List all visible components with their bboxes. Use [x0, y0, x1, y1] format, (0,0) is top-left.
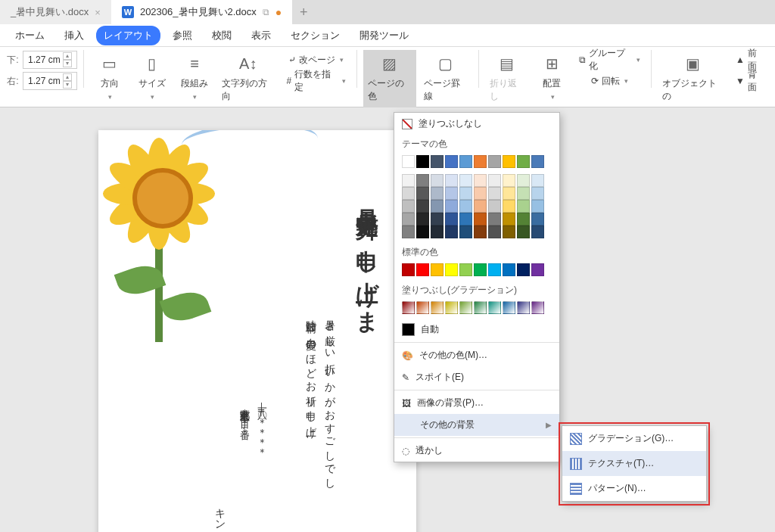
color-swatch[interactable]	[445, 187, 458, 200]
group-button[interactable]: ⧉グループ化▾	[574, 50, 645, 70]
color-swatch[interactable]	[488, 187, 501, 200]
gradient-option[interactable]: グラデーション(G)…	[562, 426, 706, 451]
page-break-button[interactable]: ⤶改ページ▾	[284, 50, 348, 70]
new-tab-button[interactable]: +	[292, 5, 315, 20]
page-color-button[interactable]: ▨ページの色▾	[363, 50, 416, 117]
doc-address[interactable]: 東京都港区芝＊丁目＊番＊	[238, 403, 251, 432]
orientation-button[interactable]: ▭方向▾	[90, 50, 129, 104]
doc-signature[interactable]: キング	[213, 501, 227, 532]
menu-section[interactable]: セクション	[283, 26, 347, 45]
close-icon[interactable]: ×	[95, 7, 101, 18]
tab-inactive[interactable]: _暑中見舞い.docx ×	[0, 0, 111, 24]
color-swatch[interactable]	[402, 263, 415, 276]
color-swatch[interactable]	[459, 187, 472, 200]
color-swatch[interactable]	[459, 155, 472, 168]
color-swatch[interactable]	[459, 226, 472, 238]
color-swatch[interactable]	[431, 213, 444, 226]
color-swatch[interactable]	[503, 226, 515, 238]
watermark-option[interactable]: ◌ 透かし	[394, 440, 559, 462]
color-swatch[interactable]	[416, 187, 429, 200]
color-swatch[interactable]	[488, 155, 501, 168]
color-swatch[interactable]	[459, 174, 472, 187]
color-swatch[interactable]	[531, 200, 544, 213]
margin-top-input[interactable]: 1.27 cm▴▾	[23, 51, 77, 69]
menu-layout[interactable]: レイアウト	[96, 26, 160, 45]
color-swatch[interactable]	[416, 155, 429, 168]
menu-view[interactable]: 表示	[244, 26, 279, 45]
rotate-button[interactable]: ⟳回転▾	[587, 71, 633, 91]
text-direction-button[interactable]: A↕文字列の方向▾	[217, 50, 279, 117]
color-swatch[interactable]	[402, 155, 415, 168]
color-swatch[interactable]	[474, 263, 487, 276]
color-swatch[interactable]	[416, 263, 429, 276]
color-swatch[interactable]	[445, 263, 458, 276]
doc-body-line-1[interactable]: 暑さ厳しい折 いかがおすごしでし	[323, 312, 337, 484]
color-swatch[interactable]	[474, 200, 487, 213]
eyedropper-option[interactable]: ✎ スポイト(E)	[394, 366, 559, 388]
color-swatch[interactable]	[531, 301, 544, 314]
color-swatch[interactable]	[402, 301, 415, 314]
color-swatch[interactable]	[402, 200, 415, 213]
color-swatch[interactable]	[402, 226, 415, 238]
color-swatch[interactable]	[531, 263, 544, 276]
doc-body-line-2[interactable]: 時節柄ご自愛のほどお祈り申し上げ	[304, 312, 318, 433]
color-swatch[interactable]	[474, 301, 487, 314]
color-swatch[interactable]	[445, 200, 458, 213]
color-swatch[interactable]	[531, 174, 544, 187]
color-swatch[interactable]	[459, 263, 472, 276]
color-swatch[interactable]	[416, 200, 429, 213]
color-swatch[interactable]	[517, 213, 530, 226]
color-swatch[interactable]	[431, 200, 444, 213]
color-swatch[interactable]	[488, 226, 501, 238]
no-fill-option[interactable]: 塗りつぶしなし	[394, 113, 559, 135]
color-swatch[interactable]	[402, 187, 415, 200]
color-swatch[interactable]	[474, 226, 487, 238]
color-swatch[interactable]	[459, 200, 472, 213]
margin-bottom-input[interactable]: 1.27 cm▴▾	[23, 72, 77, 90]
color-swatch[interactable]	[531, 226, 544, 238]
color-swatch[interactable]	[503, 213, 515, 226]
color-swatch[interactable]	[517, 263, 530, 276]
color-swatch[interactable]	[431, 301, 444, 314]
color-swatch[interactable]	[416, 174, 429, 187]
wrap-button[interactable]: ▤折り返し▾	[485, 50, 529, 117]
color-swatch[interactable]	[488, 301, 501, 314]
color-swatch[interactable]	[503, 187, 515, 200]
color-swatch[interactable]	[488, 174, 501, 187]
color-swatch[interactable]	[503, 155, 515, 168]
menu-developer[interactable]: 開発ツール	[352, 26, 416, 45]
color-swatch[interactable]	[445, 174, 458, 187]
image-background-option[interactable]: 🖼 画像の背景(P)…	[394, 392, 559, 414]
color-swatch[interactable]	[459, 213, 472, 226]
size-button[interactable]: ▯サイズ▾	[132, 50, 172, 104]
color-swatch[interactable]	[488, 200, 501, 213]
color-swatch[interactable]	[416, 213, 429, 226]
color-swatch[interactable]	[503, 174, 515, 187]
color-swatch[interactable]	[431, 226, 444, 238]
color-swatch[interactable]	[431, 174, 444, 187]
color-swatch[interactable]	[431, 187, 444, 200]
color-swatch[interactable]	[488, 213, 501, 226]
menu-home[interactable]: ホーム	[8, 26, 52, 45]
menu-insert[interactable]: 挿入	[57, 26, 92, 45]
color-swatch[interactable]	[431, 155, 444, 168]
other-background-option[interactable]: その他の背景 ▶	[394, 414, 559, 436]
color-swatch[interactable]	[416, 226, 429, 238]
color-swatch[interactable]	[474, 155, 487, 168]
color-swatch[interactable]	[474, 187, 487, 200]
color-swatch[interactable]	[488, 263, 501, 276]
document-page[interactable]: 暑中見舞い申し上げま 暑さ厳しい折 いかがおすごしでし 時節柄ご自愛のほどお祈り…	[98, 130, 416, 532]
color-swatch[interactable]	[445, 301, 458, 314]
doc-title[interactable]: 暑中見舞い申し上げま	[351, 191, 382, 324]
color-swatch[interactable]	[402, 213, 415, 226]
line-numbers-button[interactable]: #行数を指定▾	[282, 71, 350, 91]
color-swatch[interactable]	[517, 187, 530, 200]
auto-color-option[interactable]: 自動	[394, 319, 559, 341]
color-swatch[interactable]	[474, 213, 487, 226]
align-button[interactable]: ⊞配置▾	[532, 50, 571, 104]
pattern-option[interactable]: パターン(N)…	[562, 476, 706, 501]
columns-button[interactable]: ≡段組み▾	[175, 50, 214, 104]
doc-postal-code[interactable]: 〒一〇八―＊＊＊＊	[255, 403, 269, 452]
detach-icon[interactable]: ⧉	[263, 7, 269, 17]
menu-review[interactable]: 校閲	[204, 26, 239, 45]
